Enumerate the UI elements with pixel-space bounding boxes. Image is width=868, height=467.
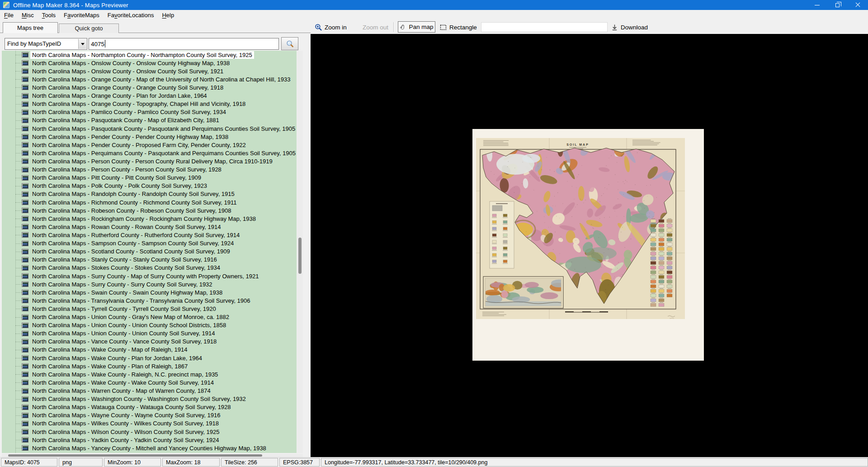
tree-row[interactable]: North Carolina Maps - Northampton County… <box>2 51 297 59</box>
tree-row[interactable]: North Carolina Maps - Tyrrell County - T… <box>2 305 297 313</box>
pan-map-button[interactable]: Pan map <box>398 21 435 33</box>
tree-row[interactable]: North Carolina Maps - Robeson County - R… <box>2 206 297 214</box>
tree-row-label: North Carolina Maps - Wake County - Wake… <box>30 379 216 386</box>
tree-row[interactable]: North Carolina Maps - Union County - Uni… <box>2 329 297 338</box>
tree-row[interactable]: North Carolina Maps - Yancey County - Mi… <box>2 444 297 452</box>
tree-row[interactable]: North Carolina Maps - Wake County - Plan… <box>2 354 297 362</box>
menu-item[interactable]: FavoriteLocations <box>104 10 158 20</box>
download-button[interactable]: Download <box>611 20 648 34</box>
tree-row[interactable]: North Carolina Maps - Pasquotank County … <box>2 124 297 133</box>
tree-row[interactable]: North Carolina Maps - Transylvania Count… <box>2 296 297 305</box>
tree-row-label: North Carolina Maps - Pasquotank County … <box>30 116 221 124</box>
tree-row-label: North Carolina Maps - Stanly County - St… <box>30 256 219 263</box>
tree-row[interactable]: North Carolina Maps - Orange County - Pl… <box>2 92 297 100</box>
tree-row[interactable]: North Carolina Maps - Warren County - Ma… <box>2 386 297 395</box>
tree-row[interactable]: North Carolina Maps - Rockingham County … <box>2 214 297 223</box>
menu-item[interactable]: Tools <box>38 10 60 20</box>
tree-row-label: North Carolina Maps - Wake County - Rale… <box>30 371 220 378</box>
tree-row[interactable]: North Carolina Maps - Washington County … <box>2 395 297 403</box>
tree-row[interactable]: North Carolina Maps - Stokes County - St… <box>2 264 297 272</box>
map-icon <box>22 150 28 156</box>
vertical-scrollbar[interactable] <box>297 51 303 453</box>
tree-row[interactable]: North Carolina Maps - Surry County - Sur… <box>2 280 297 288</box>
tree-row-label: North Carolina Maps - Union County - Gra… <box>30 313 231 321</box>
status-bar: MapsID: 4075pngMinZoom: 10MaxZoom: 18Til… <box>0 457 868 467</box>
menu-item[interactable]: FavoriteMaps <box>60 10 104 20</box>
menu-item[interactable]: Help <box>158 10 178 20</box>
tree-row[interactable]: North Carolina Maps - Union County - Gra… <box>2 313 297 321</box>
tree-row-label: North Carolina Maps - Rowan County - Row… <box>30 223 222 231</box>
tree-row[interactable]: North Carolina Maps - Pasquotank County … <box>2 116 297 124</box>
tree-row[interactable]: North Carolina Maps - Rutherford County … <box>2 231 297 239</box>
tree-row[interactable]: North Carolina Maps - Orange County - Or… <box>2 83 297 91</box>
tree-row[interactable]: North Carolina Maps - Person County - Pe… <box>2 157 297 165</box>
tree-row[interactable]: North Carolina Maps - Orange County - To… <box>2 100 297 108</box>
tree-row[interactable]: North Carolina Maps - Surry County - Map… <box>2 272 297 280</box>
tree-row[interactable]: North Carolina Maps - Swain County - Swa… <box>2 288 297 296</box>
search-filter-value: Find by MapsTypeID <box>7 40 61 47</box>
horizontal-scrollbar-thumb[interactable] <box>8 454 262 457</box>
map-icon <box>22 175 28 181</box>
tree-row[interactable]: North Carolina Maps - Richmond County - … <box>2 198 297 206</box>
tree-row-label: North Carolina Maps - Orange County - To… <box>30 100 247 108</box>
tree-row[interactable]: North Carolina Maps - Wake County - Wake… <box>2 378 297 386</box>
tree-row[interactable]: North Carolina Maps - Rowan County - Row… <box>2 223 297 231</box>
tree-row[interactable]: North Carolina Maps - Wake County - Map … <box>2 346 297 354</box>
tree-row[interactable]: North Carolina Maps - Onslow County - On… <box>2 59 297 67</box>
map-icon <box>22 191 28 197</box>
tree-row-label: North Carolina Maps - Surry County - Sur… <box>30 281 214 288</box>
tree-row[interactable]: North Carolina Maps - Wilkes County - Wi… <box>2 419 297 428</box>
minimize-button[interactable] <box>807 0 827 10</box>
tab-maps-tree[interactable]: Maps tree <box>3 22 58 33</box>
tree-row[interactable]: North Carolina Maps - Sampson County - S… <box>2 239 297 248</box>
map-icon <box>22 76 28 82</box>
toolbar-input[interactable] <box>481 22 608 32</box>
tree-row[interactable]: North Carolina Maps - Onslow County - On… <box>2 67 297 75</box>
status-segment: MaxZoom: 18 <box>162 458 220 467</box>
rectangle-button[interactable]: Rectangle <box>440 20 477 34</box>
search-filter-dropdown[interactable]: Find by MapsTypeID <box>5 38 87 50</box>
tree-row[interactable]: North Carolina Maps - Stanly County - St… <box>2 256 297 264</box>
tree-row[interactable]: North Carolina Maps - Union County - Uni… <box>2 321 297 329</box>
tree-row[interactable]: North Carolina Maps - Yadkin County - Ya… <box>2 436 297 444</box>
map-icon <box>22 273 28 279</box>
menu-item[interactable]: Misc <box>18 10 38 20</box>
map-icon <box>22 281 28 287</box>
tree-row-label: North Carolina Maps - Wake County - Plan… <box>30 354 204 362</box>
search-button[interactable] <box>281 37 298 50</box>
menu-item[interactable]: File <box>0 10 18 20</box>
map-icon <box>22 126 28 131</box>
dropdown-button[interactable] <box>78 39 86 49</box>
tree-row-label: North Carolina Maps - Orange County - Pl… <box>30 92 209 100</box>
zoom-in-button[interactable]: Zoom in <box>315 20 347 34</box>
map-viewport[interactable]: SOIL MAP <box>311 34 868 457</box>
tree-row[interactable]: North Carolina Maps - Pamlico County - P… <box>2 108 297 116</box>
map-icon <box>22 421 28 426</box>
tree-row[interactable]: North Carolina Maps - Person County - Pe… <box>2 166 297 174</box>
tree-row[interactable]: North Carolina Maps - Orange County - Ma… <box>2 75 297 83</box>
tree-row[interactable]: North Carolina Maps - Vance County - Van… <box>2 338 297 346</box>
tree-row[interactable]: North Carolina Maps - Wake County - Rale… <box>2 370 297 378</box>
tree-row-label: North Carolina Maps - Wilkes County - Wi… <box>30 419 221 427</box>
status-segment: MapsID: 4075 <box>1 458 57 467</box>
tree-row[interactable]: North Carolina Maps - Perquimans County … <box>2 149 297 157</box>
tree-row[interactable]: North Carolina Maps - Randolph County - … <box>2 190 297 198</box>
restore-button[interactable] <box>827 0 848 10</box>
tree-row[interactable]: North Carolina Maps - Pitt County - Pitt… <box>2 174 297 182</box>
tree-row[interactable]: North Carolina Maps - Polk County - Polk… <box>2 182 297 190</box>
tree-row[interactable]: North Carolina Maps - Scotland County - … <box>2 248 297 256</box>
search-input[interactable] <box>89 38 279 50</box>
tree-row[interactable]: North Carolina Maps - Wayne County - Way… <box>2 411 297 419</box>
close-button[interactable] <box>848 0 868 10</box>
tree-row-label: North Carolina Maps - Warren County - Ma… <box>30 387 212 395</box>
tab-quick-goto[interactable]: Quick goto <box>59 24 119 33</box>
tree-row[interactable]: North Carolina Maps - Pender County - Pr… <box>2 141 297 149</box>
tree-row[interactable]: North Carolina Maps - Wake County - Plan… <box>2 362 297 370</box>
tree-row[interactable]: North Carolina Maps - Pender County - Pe… <box>2 133 297 141</box>
map-icon <box>22 52 28 57</box>
tree-row[interactable]: North Carolina Maps - Watauga County - W… <box>2 403 297 411</box>
tree-row[interactable]: North Carolina Maps - Wilson County - Wi… <box>2 428 297 436</box>
map-icon <box>22 323 28 328</box>
vertical-scrollbar-thumb[interactable] <box>298 238 302 274</box>
tree-row-label: North Carolina Maps - Vance County - Van… <box>30 338 218 345</box>
